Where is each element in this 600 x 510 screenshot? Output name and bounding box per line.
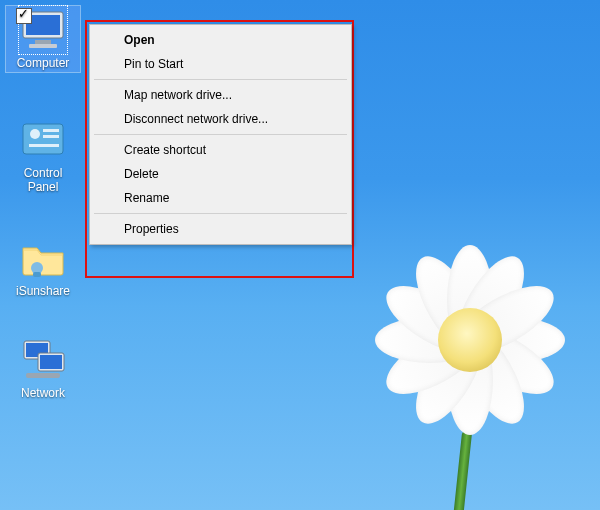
svg-rect-15: [26, 373, 60, 378]
selection-check-icon: [16, 8, 32, 24]
svg-rect-3: [29, 44, 57, 48]
svg-point-5: [30, 129, 40, 139]
context-menu-item-delete[interactable]: Delete: [92, 162, 349, 186]
svg-rect-10: [33, 272, 41, 277]
context-menu: Open Pin to Start Map network drive... D…: [89, 24, 352, 245]
desktop-icon-label: Computer: [6, 56, 80, 72]
svg-rect-4: [23, 124, 63, 154]
desktop-icon-label: Network: [6, 386, 80, 402]
svg-rect-6: [43, 129, 59, 132]
context-menu-item-properties[interactable]: Properties: [92, 217, 349, 241]
network-icon: [19, 336, 67, 384]
flower-stem: [450, 430, 472, 510]
svg-rect-2: [35, 40, 51, 44]
control-panel-icon: [19, 116, 67, 164]
context-menu-item-pin-to-start[interactable]: Pin to Start: [92, 52, 349, 76]
context-menu-item-open[interactable]: Open: [92, 28, 349, 52]
desktop[interactable]: Computer Control Panel iSunshare: [0, 0, 600, 510]
desktop-icon-label: Control Panel: [6, 166, 80, 196]
context-menu-item-disconnect-network-drive[interactable]: Disconnect network drive...: [92, 107, 349, 131]
context-menu-item-create-shortcut[interactable]: Create shortcut: [92, 138, 349, 162]
svg-rect-14: [40, 355, 62, 369]
desktop-icon-label: iSunshare: [6, 284, 80, 300]
svg-rect-7: [43, 135, 59, 138]
flower-center: [438, 308, 502, 372]
context-menu-separator: [94, 134, 347, 135]
desktop-icon-computer[interactable]: Computer: [6, 6, 80, 72]
context-menu-item-map-network-drive[interactable]: Map network drive...: [92, 83, 349, 107]
desktop-icon-network[interactable]: Network: [6, 336, 80, 402]
desktop-icon-isunshare[interactable]: iSunshare: [6, 234, 80, 300]
context-menu-separator: [94, 213, 347, 214]
svg-rect-8: [29, 144, 59, 147]
context-menu-separator: [94, 79, 347, 80]
desktop-icon-control-panel[interactable]: Control Panel: [6, 116, 80, 196]
folder-icon: [19, 234, 67, 282]
context-menu-item-rename[interactable]: Rename: [92, 186, 349, 210]
